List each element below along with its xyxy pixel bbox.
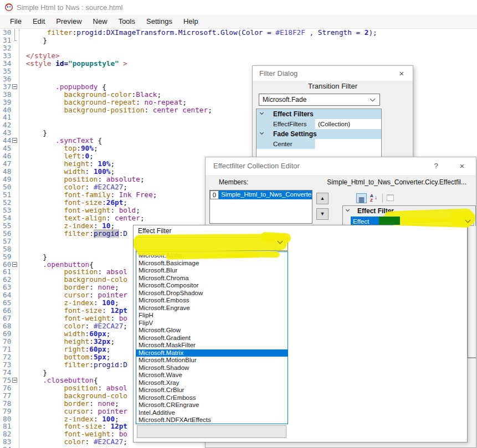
dropdown-item-intel-additive[interactable]: Intel.Additive — [136, 409, 288, 417]
dropdown-item-microsoft-ndfxarteffects[interactable]: Microsoft.NDFXArtEffects — [136, 416, 288, 424]
fold-toggle-icon[interactable] — [12, 138, 17, 143]
dropdown-item-microsoft-dropshadow[interactable]: Microsoft.DropShadow — [136, 290, 288, 297]
dropdown-item-microsoft-xray[interactable]: Microsoft.Xray — [136, 379, 288, 387]
fold-toggle-icon[interactable] — [12, 378, 17, 383]
code-text: z-index: 10; — [22, 222, 115, 230]
code-text: font-weight: bold; — [22, 207, 140, 214]
alphabetical-sort-icon[interactable]: AZ↓ — [369, 193, 379, 203]
line-number: 39 — [0, 99, 12, 106]
member-item[interactable]: 0 Simple_Html_to_Nws_Converter.Ci — [210, 190, 312, 199]
dropdown-item-microsoft-maskfilter[interactable]: Microsoft.MaskFilter — [136, 342, 288, 349]
line-number: 76 — [0, 384, 12, 392]
code-text: cursor: pointer — [22, 291, 127, 299]
fold-margin — [12, 392, 18, 400]
fold-margin — [12, 261, 18, 269]
line-number: 66 — [0, 307, 12, 315]
members-listbox[interactable]: 0 Simple_Html_to_Nws_Converter.Ci — [209, 190, 312, 224]
line-number: 83 — [0, 438, 12, 446]
dropdown-item-microsoft-engrave[interactable]: Microsoft.Engrave — [136, 305, 288, 312]
categorized-view-icon[interactable]: ▦ — [356, 193, 367, 203]
code-line-31[interactable]: 31 } — [0, 37, 477, 44]
menu-edit[interactable]: Edit — [27, 15, 50, 28]
line-number: 78 — [0, 400, 12, 408]
fold-margin — [12, 199, 18, 207]
dropdown-item-microsoft-emboss[interactable]: Microsoft.Emboss — [136, 297, 288, 305]
filter-dialog-titlebar[interactable]: Filter Dialog × — [253, 66, 413, 81]
fold-margin — [12, 129, 18, 137]
dropdown-item-microsoft-blur[interactable]: Microsoft.Blur — [136, 267, 288, 275]
fold-margin — [12, 245, 18, 253]
menu-help[interactable]: Help — [178, 15, 204, 28]
dropdown-item-fliph[interactable]: FlipH — [136, 312, 288, 320]
property-value[interactable] — [315, 139, 381, 149]
dropdown-item-microsoft-basicimage[interactable]: Microsoft.Basicimage — [136, 260, 288, 267]
fold-margin — [12, 121, 18, 129]
dropdown-item-microsoft-matrix[interactable]: Microsoft.Matrix — [136, 349, 288, 357]
code-line-30[interactable]: 30 filter:progid:DXImageTransform.Micros… — [0, 29, 477, 37]
menu-settings[interactable]: Settings — [141, 15, 178, 28]
fold-margin — [12, 369, 18, 377]
line-number: 71 — [0, 346, 12, 353]
menu-tools[interactable]: Tools — [113, 15, 141, 28]
dropdown-item-microsoft-crblur[interactable]: Microsoft.CrBlur — [136, 387, 288, 394]
dropdown-item-microsoft-motionblur[interactable]: Microsoft.MotionBlur — [136, 357, 288, 364]
member-type-label: Simple_Html_to_Nws_Converter.Cicy.Effect… — [327, 178, 466, 186]
move-up-button[interactable]: ▲ — [316, 193, 329, 204]
row-effectfilters[interactable]: EffectFilters (Collection) — [257, 119, 381, 129]
line-number: 80 — [0, 415, 12, 423]
dropdown-item-microsoft-glow[interactable]: Microsoft.Glow — [136, 327, 288, 334]
code-text: filter:progid:D — [22, 230, 127, 238]
dropdown-item-microsoft-cremboss[interactable]: Microsoft.CrEmboss — [136, 394, 288, 402]
line-number: 67 — [0, 315, 12, 322]
fold-margin — [12, 37, 18, 44]
fold-margin — [12, 438, 18, 446]
collection-editor-titlebar[interactable]: Effectfilter Collection Editor ? × — [206, 157, 476, 175]
line-number: 73 — [0, 361, 12, 369]
fold-toggle-icon[interactable] — [12, 262, 17, 267]
effect-filter-label: Effect Filter — [138, 227, 171, 235]
transition-filter-combobox[interactable]: Microsoft.Fade — [259, 94, 380, 106]
dropdown-item-microsoft-compositor[interactable]: Microsoft.Compositor — [136, 282, 288, 290]
effect-filter-dropdown-list[interactable]: Microsoft.AlphaMicrosoft.BasicimageMicro… — [136, 251, 288, 424]
fold-margin — [12, 145, 18, 152]
fold-margin — [12, 83, 18, 91]
close-icon[interactable]: × — [456, 157, 468, 175]
move-down-button[interactable]: ▼ — [316, 208, 329, 220]
fold-margin — [12, 377, 18, 384]
dropdown-item-microsoft-shadow[interactable]: Microsoft.Shadow — [136, 364, 288, 372]
line-number: 63 — [0, 284, 12, 291]
code-line-33[interactable]: 33 </style> — [0, 52, 477, 60]
code-line-32[interactable]: 32 — [0, 44, 477, 52]
fold-margin — [12, 91, 18, 99]
close-icon[interactable]: × — [396, 66, 407, 81]
dropdown-item-flipv[interactable]: FlipV — [136, 320, 288, 327]
dropdown-item-microsoft-chroma[interactable]: Microsoft.Chroma — [136, 275, 288, 282]
fold-margin — [12, 353, 18, 361]
fold-margin — [12, 52, 18, 60]
menu-bar: FileEditPreviewNewToolsSettingsHelp — [0, 15, 477, 29]
menu-file[interactable]: File — [4, 15, 27, 28]
row-center[interactable]: Center — [257, 139, 381, 149]
dropdown-item-microsoft-wave[interactable]: Microsoft.Wave — [136, 372, 288, 379]
fold-margin — [12, 299, 18, 307]
line-number: 30 — [0, 29, 12, 37]
category-fade-settings[interactable]: Fade Settings — [257, 129, 381, 139]
dropdown-item-microsoft-gradient[interactable]: Microsoft.Gradient — [136, 334, 288, 342]
menu-preview[interactable]: Preview — [50, 15, 87, 28]
category-effect-filters[interactable]: Effect Filters — [257, 109, 381, 119]
fold-margin — [12, 430, 18, 438]
code-text: background-position: center center; — [22, 106, 212, 114]
help-icon[interactable]: ? — [430, 157, 442, 175]
fold-line — [14, 29, 15, 37]
dropdown-item-microsoft-crengrave[interactable]: Microsoft.CREngrave — [136, 401, 288, 409]
line-number: 58 — [0, 245, 12, 253]
line-number: 42 — [0, 121, 12, 129]
menu-new[interactable]: New — [88, 15, 113, 28]
filter-property-grid[interactable]: Effect Filters EffectFilters (Collection… — [256, 109, 382, 164]
fold-toggle-icon[interactable] — [12, 84, 17, 89]
code-text: bottom:5px; — [22, 353, 110, 361]
property-value[interactable]: (Collection) — [315, 119, 381, 129]
code-text: right:60px; — [22, 346, 110, 353]
code-text: font-size: 12pt — [22, 423, 127, 430]
arrow-up-icon: ▲ — [320, 195, 325, 201]
